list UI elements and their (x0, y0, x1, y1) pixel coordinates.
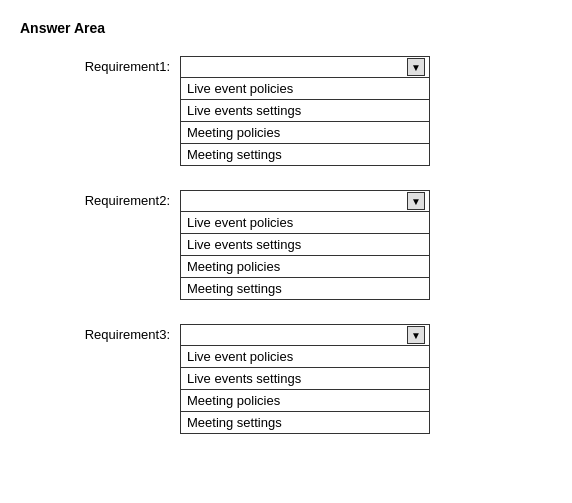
dropdown-option-3-2[interactable]: Live events settings (181, 367, 429, 389)
dropdown-options-2: Live event policiesLive events settingsM… (180, 212, 430, 300)
requirement-block-3: Requirement3:▼Live event policiesLive ev… (20, 324, 552, 434)
dropdown-container-2: ▼Live event policiesLive events settings… (180, 190, 430, 300)
dropdown-option-2-3[interactable]: Meeting policies (181, 255, 429, 277)
dropdown-options-1: Live event policiesLive events settingsM… (180, 78, 430, 166)
requirement-block-2: Requirement2:▼Live event policiesLive ev… (20, 190, 552, 300)
dropdown-option-3-4[interactable]: Meeting settings (181, 411, 429, 433)
requirement-label-2: Requirement2: (20, 190, 180, 208)
dropdown-arrow-icon-2[interactable]: ▼ (407, 192, 425, 210)
answer-area-title: Answer Area (20, 20, 552, 36)
dropdown-option-3-1[interactable]: Live event policies (181, 346, 429, 367)
dropdown-select-1[interactable]: ▼ (180, 56, 430, 78)
dropdown-arrow-icon-1[interactable]: ▼ (407, 58, 425, 76)
dropdown-option-2-1[interactable]: Live event policies (181, 212, 429, 233)
requirement-block-1: Requirement1:▼Live event policiesLive ev… (20, 56, 552, 166)
dropdown-option-2-2[interactable]: Live events settings (181, 233, 429, 255)
dropdown-container-1: ▼Live event policiesLive events settings… (180, 56, 430, 166)
dropdown-option-1-2[interactable]: Live events settings (181, 99, 429, 121)
dropdown-container-3: ▼Live event policiesLive events settings… (180, 324, 430, 434)
requirement-label-3: Requirement3: (20, 324, 180, 342)
dropdown-option-1-4[interactable]: Meeting settings (181, 143, 429, 165)
dropdown-option-3-3[interactable]: Meeting policies (181, 389, 429, 411)
dropdown-option-1-3[interactable]: Meeting policies (181, 121, 429, 143)
dropdown-option-1-1[interactable]: Live event policies (181, 78, 429, 99)
dropdown-option-2-4[interactable]: Meeting settings (181, 277, 429, 299)
dropdown-arrow-icon-3[interactable]: ▼ (407, 326, 425, 344)
requirement-label-1: Requirement1: (20, 56, 180, 74)
dropdown-select-3[interactable]: ▼ (180, 324, 430, 346)
dropdown-options-3: Live event policiesLive events settingsM… (180, 346, 430, 434)
dropdown-select-2[interactable]: ▼ (180, 190, 430, 212)
